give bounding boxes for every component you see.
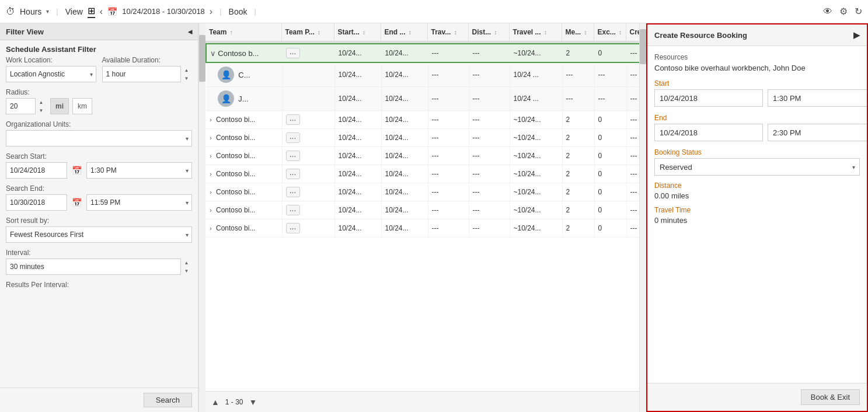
expand-btn-4[interactable]: ›: [210, 152, 212, 159]
search-end-date-input[interactable]: [6, 194, 67, 211]
nav-prev[interactable]: ‹: [100, 6, 103, 17]
interval-down-btn[interactable]: ▼: [181, 267, 192, 275]
interval-input[interactable]: [6, 259, 192, 275]
table-row[interactable]: › Contoso bi... ··· 10/24...10/24...----…: [206, 165, 639, 183]
col-me[interactable]: Me... ↕: [562, 23, 594, 41]
dots-btn-2[interactable]: ···: [286, 114, 300, 125]
grid-header: Team ↑ Team P... ↕ Start... ↕ End ... ↕ …: [205, 23, 639, 43]
expand-btn-5[interactable]: ›: [210, 170, 212, 177]
dots-btn-6[interactable]: ···: [286, 187, 300, 197]
refresh-icon[interactable]: ↻: [855, 6, 862, 17]
book-exit-button[interactable]: Book & Exit: [801, 389, 860, 405]
search-end-time-select[interactable]: 11:59 PM: [86, 194, 192, 211]
km-unit-btn[interactable]: km: [72, 98, 92, 114]
calendar-icon[interactable]: 📅: [107, 7, 117, 16]
row1-team-p[interactable]: ···: [282, 44, 334, 62]
table-row[interactable]: › Contoso bi... ··· 10/24...10/24...----…: [206, 201, 639, 219]
mi-unit-btn[interactable]: mi: [50, 98, 69, 114]
expand-btn-7[interactable]: ›: [210, 207, 212, 214]
sort-select[interactable]: Fewest Resources First: [6, 226, 192, 243]
book-label[interactable]: Book: [229, 7, 247, 16]
avatar-j: 👤: [218, 90, 234, 107]
page-prev-btn[interactable]: ▲: [211, 397, 219, 407]
end-time-input[interactable]: [768, 124, 867, 141]
search-start-cal-icon[interactable]: 📅: [72, 166, 82, 175]
start-time-input[interactable]: [768, 89, 867, 107]
search-button[interactable]: Search: [144, 393, 192, 407]
page-next-btn[interactable]: ▼: [249, 397, 257, 407]
dots-btn-8[interactable]: ···: [286, 223, 300, 233]
col-dist[interactable]: Dist... ↕: [468, 23, 509, 41]
available-duration-input[interactable]: [102, 66, 193, 82]
col-team-p[interactable]: Team P... ↕: [281, 23, 334, 41]
org-units-select[interactable]: [6, 130, 192, 146]
dots-btn-7[interactable]: ···: [286, 205, 300, 215]
panel-arrow-icon[interactable]: ▶: [853, 30, 860, 40]
top-sep3: |: [255, 7, 256, 16]
dots-btn-4[interactable]: ···: [286, 151, 300, 161]
row1a-me: ---: [562, 62, 594, 87]
end-row: [654, 124, 860, 141]
start-date-input[interactable]: [654, 89, 763, 107]
dots-btn-3[interactable]: ···: [286, 132, 300, 143]
table-row[interactable]: › Contoso bi... ··· 10/24...10/24...----…: [206, 129, 639, 147]
travel-time-value: 0 minutes: [654, 216, 860, 225]
table-row[interactable]: › Contoso bi... ··· 10/24...10/24...----…: [206, 183, 639, 201]
col-crew[interactable]: Crew... ↕: [626, 23, 639, 41]
table-row[interactable]: 👤 J... 10/24... 10/24... --- --- 10/24 .…: [206, 87, 639, 111]
booking-status-section: Booking Status Reserved: [654, 148, 860, 176]
dots-btn-5[interactable]: ···: [286, 169, 300, 179]
nav-next[interactable]: ›: [210, 6, 212, 17]
row1b-travel-time: 10/24 ...: [510, 87, 562, 111]
expand-btn-2[interactable]: ›: [210, 116, 212, 123]
table-row[interactable]: › Contoso bi... ··· 10/24...10/24...----…: [206, 219, 639, 238]
radius-down-btn[interactable]: ▼: [36, 106, 47, 114]
clock-icon: ⏱: [6, 6, 15, 17]
table-row[interactable]: 👤 C... 10/24... 10/24... --- --- 10/24 .…: [206, 62, 639, 87]
hours-chevron[interactable]: ▾: [46, 8, 49, 15]
expand-arrow-1[interactable]: ∨: [210, 49, 216, 58]
row1a-crew: ---: [626, 62, 639, 87]
table-row[interactable]: › Contoso bi... ··· 10/24...10/24...----…: [206, 147, 639, 165]
col-team[interactable]: Team ↑: [205, 23, 281, 41]
collapse-arrow[interactable]: ◂: [188, 27, 192, 36]
col-trav[interactable]: Trav... ↕: [427, 23, 468, 41]
hours-label[interactable]: Hours: [20, 7, 41, 16]
left-scrollbar[interactable]: [198, 23, 205, 412]
booking-status-select[interactable]: Reserved: [654, 158, 860, 176]
expand-btn-6[interactable]: ›: [210, 188, 212, 195]
grid-scroll-area[interactable]: ∨ Contoso b... ··· 10/24... 10/24... ---…: [205, 43, 639, 391]
row1b-trav: ---: [428, 87, 469, 111]
create-booking-title: Create Resource Booking: [654, 31, 747, 40]
eye-icon[interactable]: 👁: [823, 6, 832, 17]
interval-up-btn[interactable]: ▲: [181, 259, 192, 267]
sort-label: Sort result by:: [6, 217, 192, 225]
radius-up-btn[interactable]: ▲: [36, 98, 47, 106]
grid-icon[interactable]: ⊞: [88, 5, 95, 18]
gear-icon[interactable]: ⚙: [839, 6, 848, 17]
row1-dots-btn[interactable]: ···: [286, 48, 300, 58]
duration-up-btn[interactable]: ▲: [181, 66, 192, 74]
end-date-input[interactable]: [654, 124, 763, 141]
grid-vertical-scrollbar[interactable]: [639, 23, 646, 412]
duration-down-btn[interactable]: ▼: [181, 74, 192, 82]
filter-footer: Search: [0, 387, 198, 412]
col-start[interactable]: Start... ↕: [334, 23, 381, 41]
start-section: Start: [654, 79, 860, 107]
work-location-select[interactable]: Location Agnostic: [6, 66, 96, 82]
view-label[interactable]: View: [65, 7, 83, 16]
expand-btn-3[interactable]: ›: [210, 134, 212, 141]
col-exc[interactable]: Exc... ↕: [594, 23, 626, 41]
grid-footer: ▲ 1 - 30 ▼: [205, 391, 639, 412]
search-start-time-select[interactable]: 1:30 PM: [86, 162, 192, 179]
row1b-me: ---: [562, 87, 594, 111]
available-duration-label: Available Duration:: [102, 56, 193, 64]
col-travel-time[interactable]: Travel ... ↕: [509, 23, 562, 41]
table-row[interactable]: ∨ Contoso b... ··· 10/24... 10/24... ---…: [206, 44, 639, 62]
col-end[interactable]: End ... ↕: [381, 23, 427, 41]
search-end-cal-icon[interactable]: 📅: [72, 198, 82, 207]
table-row[interactable]: › Contoso bi... ··· 10/24...10/24...----…: [206, 111, 639, 129]
search-start-date-input[interactable]: [6, 162, 67, 179]
expand-btn-8[interactable]: ›: [210, 225, 212, 232]
row1a-start: 10/24...: [334, 62, 381, 87]
